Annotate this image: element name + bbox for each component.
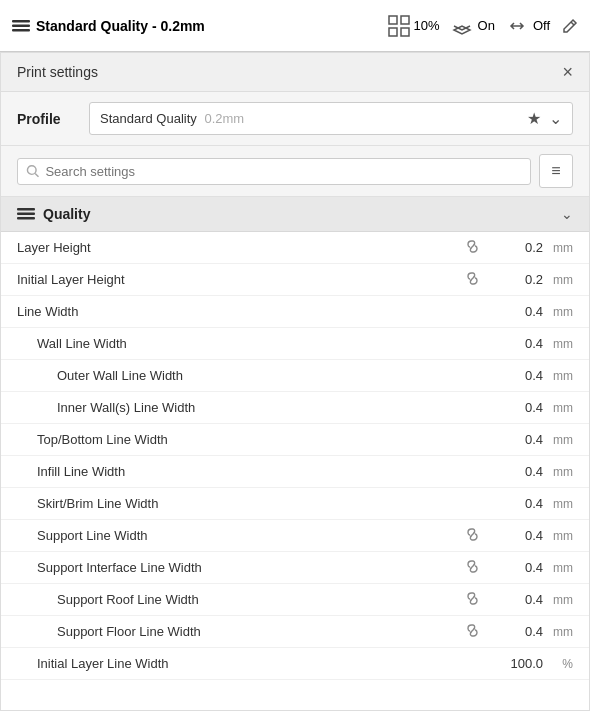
setting-unit: mm — [545, 337, 573, 351]
setting-row: Outer Wall Line Width0.4mm — [1, 360, 589, 392]
support-view-group: Off — [507, 16, 550, 36]
setting-row: Skirt/Brim Line Width0.4mm — [1, 488, 589, 520]
setting-name: Initial Layer Line Width — [17, 656, 465, 671]
setting-name: Layer Height — [17, 240, 465, 255]
setting-unit: mm — [545, 401, 573, 415]
setting-unit: mm — [545, 529, 573, 543]
setting-row: Initial Layer Line Width100.0% — [1, 648, 589, 680]
setting-value: 0.4 — [488, 496, 543, 511]
filter-icon: ≡ — [551, 162, 560, 180]
setting-unit: % — [545, 657, 573, 671]
svg-rect-0 — [12, 20, 30, 23]
setting-row: Line Width0.4mm — [1, 296, 589, 328]
filter-button[interactable]: ≡ — [539, 154, 573, 188]
svg-rect-6 — [401, 28, 409, 36]
pencil-icon — [562, 18, 578, 34]
svg-line-8 — [35, 173, 38, 176]
on-label: On — [478, 18, 495, 33]
setting-unit: mm — [545, 305, 573, 319]
top-bar: Standard Quality - 0.2mm 10% On Off — [0, 0, 590, 52]
svg-rect-4 — [401, 16, 409, 24]
setting-unit: mm — [545, 369, 573, 383]
layer-view-icon — [452, 16, 472, 36]
setting-name: Skirt/Brim Line Width — [17, 496, 465, 511]
search-input[interactable] — [45, 164, 522, 179]
setting-name: Inner Wall(s) Line Width — [17, 400, 465, 415]
svg-rect-10 — [17, 213, 35, 216]
profile-selector-icons: ★ ⌄ — [527, 109, 562, 128]
link-icon[interactable] — [465, 239, 480, 257]
topbar-profile: Standard Quality - 0.2mm — [12, 17, 205, 35]
edit-button[interactable] — [562, 18, 578, 34]
setting-unit: mm — [545, 433, 573, 447]
svg-line-15 — [471, 564, 475, 568]
setting-value: 0.4 — [488, 464, 543, 479]
svg-line-14 — [471, 532, 475, 536]
star-icon[interactable]: ★ — [527, 109, 541, 128]
setting-row: Initial Layer Height 0.2mm — [1, 264, 589, 296]
setting-value: 0.4 — [488, 304, 543, 319]
close-button[interactable]: × — [562, 63, 573, 81]
link-icon[interactable] — [465, 527, 480, 545]
setting-unit: mm — [545, 465, 573, 479]
setting-value: 0.4 — [488, 624, 543, 639]
svg-rect-1 — [12, 24, 30, 27]
setting-name: Infill Line Width — [17, 464, 465, 479]
link-icon[interactable] — [465, 559, 480, 577]
profile-selector[interactable]: Standard Quality 0.2mm ★ ⌄ — [89, 102, 573, 135]
setting-name: Top/Bottom Line Width — [17, 432, 465, 447]
percent-control[interactable]: 10% — [388, 15, 440, 37]
percent-label: 10% — [414, 18, 440, 33]
setting-value: 0.2 — [488, 272, 543, 287]
setting-row: Support Roof Line Width 0.4mm — [1, 584, 589, 616]
profile-row: Profile Standard Quality 0.2mm ★ ⌄ — [1, 92, 589, 146]
setting-row: Support Interface Line Width 0.4mm — [1, 552, 589, 584]
quality-icon — [17, 205, 35, 223]
layers-icon — [12, 17, 30, 35]
setting-name: Support Floor Line Width — [17, 624, 465, 639]
setting-row: Support Line Width 0.4mm — [1, 520, 589, 552]
svg-rect-3 — [389, 16, 397, 24]
section-chevron-icon: ⌄ — [561, 206, 573, 222]
setting-unit: mm — [545, 625, 573, 639]
arrows-icon — [507, 16, 527, 36]
off-label: Off — [533, 18, 550, 33]
chevron-down-icon[interactable]: ⌄ — [549, 109, 562, 128]
setting-row: Wall Line Width0.4mm — [1, 328, 589, 360]
setting-value: 0.4 — [488, 400, 543, 415]
svg-line-13 — [471, 276, 475, 280]
setting-value: 0.4 — [488, 432, 543, 447]
panel-title: Print settings — [17, 64, 98, 80]
svg-rect-9 — [17, 208, 35, 211]
link-icon[interactable] — [465, 271, 480, 289]
settings-rows: Layer Height 0.2mmInitial Layer Height 0… — [1, 232, 589, 680]
setting-name: Outer Wall Line Width — [17, 368, 465, 383]
link-icon[interactable] — [465, 591, 480, 609]
setting-value: 0.4 — [488, 336, 543, 351]
section-title: Quality — [43, 206, 90, 222]
setting-name: Line Width — [17, 304, 465, 319]
profile-selector-sub: 0.2mm — [204, 111, 244, 126]
link-icon[interactable] — [465, 623, 480, 641]
topbar-controls: 10% On Off — [388, 15, 578, 37]
search-row: ≡ — [1, 146, 589, 197]
svg-line-12 — [471, 244, 475, 248]
setting-row: Top/Bottom Line Width0.4mm — [1, 424, 589, 456]
setting-value: 100.0 — [488, 656, 543, 671]
profile-label: Profile — [17, 111, 77, 127]
setting-unit: mm — [545, 241, 573, 255]
setting-unit: mm — [545, 497, 573, 511]
setting-name: Support Interface Line Width — [17, 560, 465, 575]
setting-row: Layer Height 0.2mm — [1, 232, 589, 264]
search-icon — [26, 164, 39, 178]
svg-rect-11 — [17, 217, 35, 220]
section-header-left: Quality — [17, 205, 90, 223]
setting-value: 0.4 — [488, 592, 543, 607]
svg-point-7 — [27, 166, 36, 175]
setting-value: 0.4 — [488, 368, 543, 383]
settings-list: Quality ⌄ Layer Height 0.2mmInitial Laye… — [1, 197, 589, 710]
setting-name: Support Line Width — [17, 528, 465, 543]
setting-unit: mm — [545, 561, 573, 575]
quality-section-header[interactable]: Quality ⌄ — [1, 197, 589, 232]
setting-name: Wall Line Width — [17, 336, 465, 351]
